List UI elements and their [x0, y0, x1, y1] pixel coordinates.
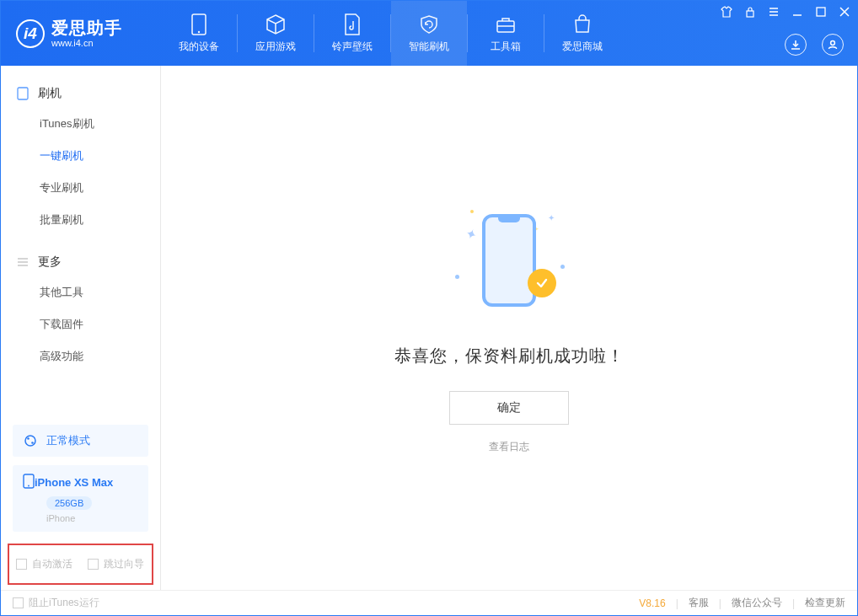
- version-label: V8.16: [639, 597, 665, 609]
- minimize-icon[interactable]: [791, 6, 803, 18]
- check-badge-icon: [528, 269, 556, 297]
- sidebar-item-other-tools[interactable]: 其他工具: [1, 276, 160, 308]
- header: i4 爱思助手 www.i4.cn 我的设备 应用游戏: [1, 1, 857, 66]
- checkbox-auto-activate[interactable]: 自动激活: [16, 557, 72, 571]
- options-highlight-box: 自动激活 跳过向导: [8, 544, 153, 585]
- body: 刷机 iTunes刷机 一键刷机 专业刷机 批量刷机 更多 其他工具 下载固件 …: [1, 66, 857, 590]
- nav-tab-store[interactable]: 爱思商城: [544, 1, 620, 66]
- sidebar: 刷机 iTunes刷机 一键刷机 专业刷机 批量刷机 更多 其他工具 下载固件 …: [1, 66, 161, 590]
- app-window: i4 爱思助手 www.i4.cn 我的设备 应用游戏: [0, 0, 858, 616]
- nav-tab-flash[interactable]: 智能刷机: [391, 1, 467, 66]
- ok-button[interactable]: 确定: [449, 391, 569, 425]
- svg-rect-4: [817, 8, 825, 16]
- refresh-shield-icon: [418, 13, 440, 36]
- phone-outline-icon: [482, 214, 536, 307]
- device-type: iPhone: [46, 513, 138, 523]
- device-name: iPhone XS Max: [35, 476, 113, 489]
- device-icon: [16, 87, 29, 100]
- download-icon[interactable]: [785, 34, 807, 56]
- shirt-icon[interactable]: [721, 6, 732, 18]
- dot-icon: [560, 265, 565, 269]
- svg-point-11: [28, 485, 29, 487]
- checkbox-block-itunes[interactable]: 阻止iTunes运行: [13, 596, 99, 610]
- app-title: 爱思助手: [51, 19, 122, 36]
- nav-tab-my-device[interactable]: 我的设备: [161, 1, 237, 66]
- lock-icon[interactable]: [744, 6, 756, 18]
- svg-point-5: [831, 41, 835, 46]
- check-update-link[interactable]: 检查更新: [805, 596, 845, 610]
- sidebar-item-advanced[interactable]: 高级功能: [1, 340, 160, 372]
- checkbox-icon: [13, 597, 24, 608]
- phone-icon: [191, 13, 206, 36]
- cube-icon: [265, 13, 287, 36]
- sidebar-item-itunes-flash[interactable]: iTunes刷机: [1, 108, 160, 140]
- music-file-icon: [343, 13, 362, 36]
- nav-tabs: 我的设备 应用游戏 铃声壁纸 智能刷机: [161, 1, 620, 66]
- toolbox-icon: [495, 13, 517, 36]
- dot-icon: [470, 210, 474, 213]
- maximize-icon[interactable]: [815, 6, 827, 18]
- device-card[interactable]: iPhone XS Max 256GB iPhone: [13, 465, 148, 532]
- svg-point-8: [27, 437, 29, 440]
- logo-area: i4 爱思助手 www.i4.cn: [1, 1, 161, 66]
- device-cards: 正常模式 iPhone XS Max 256GB iPhone: [1, 425, 160, 544]
- app-subtitle: www.i4.cn: [51, 38, 122, 48]
- list-icon: [16, 255, 29, 269]
- phone-small-icon: [23, 474, 35, 491]
- sidebar-group-flash: 刷机: [1, 79, 160, 108]
- bag-icon: [572, 13, 593, 36]
- window-controls: [721, 6, 850, 18]
- svg-rect-3: [747, 11, 753, 17]
- sidebar-item-batch-flash[interactable]: 批量刷机: [1, 204, 160, 236]
- main-content: ✦ ✦ ✦ 恭喜您，保资料刷机成功啦！ 确定 查看日志: [161, 66, 857, 590]
- device-capacity-badge: 256GB: [46, 496, 92, 510]
- nav-tab-toolbox[interactable]: 工具箱: [468, 1, 544, 66]
- close-icon[interactable]: [839, 6, 850, 18]
- success-illustration: ✦ ✦ ✦: [450, 201, 568, 319]
- sparkle-icon: ✦: [463, 225, 479, 244]
- support-link[interactable]: 客服: [689, 596, 709, 610]
- nav-tab-apps[interactable]: 应用游戏: [238, 1, 314, 66]
- statusbar: 阻止iTunes运行 V8.16 | 客服 | 微信公众号 | 检查更新: [1, 590, 857, 615]
- view-log-link[interactable]: 查看日志: [489, 440, 529, 454]
- sparkle-icon: ✦: [548, 213, 555, 222]
- nav-tab-ringtone[interactable]: 铃声壁纸: [314, 1, 390, 66]
- wechat-link[interactable]: 微信公众号: [732, 596, 782, 610]
- sidebar-item-download-firmware[interactable]: 下载固件: [1, 308, 160, 340]
- svg-rect-6: [18, 88, 28, 99]
- success-message: 恭喜您，保资料刷机成功啦！: [394, 345, 625, 367]
- menu-icon[interactable]: [768, 6, 780, 18]
- checkbox-icon: [88, 559, 99, 570]
- logo-icon: i4: [16, 19, 45, 48]
- svg-point-1: [198, 31, 200, 33]
- svg-point-9: [31, 442, 34, 444]
- checkbox-skip-guide[interactable]: 跳过向导: [88, 557, 144, 571]
- dot-icon: [455, 275, 459, 279]
- svg-point-7: [25, 436, 35, 446]
- user-icon[interactable]: [822, 34, 844, 56]
- sidebar-item-one-click-flash[interactable]: 一键刷机: [1, 140, 160, 172]
- header-right-icons: [785, 34, 844, 56]
- sidebar-group-more: 更多: [1, 248, 160, 276]
- mode-icon: [23, 433, 38, 448]
- checkbox-icon: [16, 559, 27, 570]
- mode-card[interactable]: 正常模式: [13, 425, 148, 457]
- sidebar-item-pro-flash[interactable]: 专业刷机: [1, 172, 160, 204]
